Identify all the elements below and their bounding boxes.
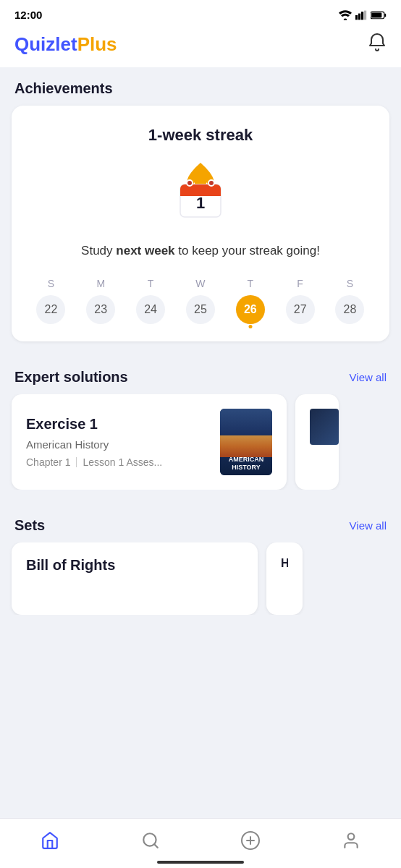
partial-set-title: Hi [281,557,288,570]
achievements-title: Achievements [14,80,113,97]
status-icons [339,10,387,20]
svg-text:1: 1 [196,194,205,212]
svg-rect-2 [358,13,360,20]
book-cover: AMERICAN HISTORY [220,409,272,475]
wifi-icon [339,10,352,20]
nav-item-search[interactable] [129,827,172,854]
nav-item-create[interactable] [229,827,272,854]
day-header-sat: S [335,278,364,289]
signal-icon [355,10,367,20]
solution-card-exercise1[interactable]: Exercise 1 American History Chapter 1 Le… [12,394,287,490]
flame-calendar-icon: 1 [172,159,229,224]
streak-card: 1-week streak 1 Study next week to keep … [12,106,389,341]
date-25: 25 [186,295,215,324]
nav-item-profile[interactable] [329,827,373,854]
solution-meta: Chapter 1 Lesson 1 Asses... [26,456,220,468]
calendar-days-header: S M T W T F S [26,278,375,289]
logo-quizlet: Quizlet [14,33,77,55]
nav-home-icon [40,830,60,851]
date-26-active: 26 [236,295,265,324]
nav-item-home[interactable] [28,827,72,854]
streak-emphasis: next week [116,244,174,258]
expert-solutions-title: Expert solutions [14,369,128,386]
status-bar: 12:00 [0,0,401,27]
flame-calendar-wrapper: 1 [26,159,375,224]
svg-rect-6 [384,13,386,17]
book-title-line1: AMERICAN [224,456,268,464]
solution-info: Exercise 1 American History Chapter 1 Le… [26,416,220,468]
svg-rect-1 [355,15,358,20]
notification-button[interactable] [368,33,387,56]
day-header-thu: T [236,278,265,289]
day-header-mon: M [86,278,115,289]
streak-subtitle: Study next week to keep your streak goin… [26,242,375,260]
expert-solutions-header: Expert solutions View all [0,356,401,394]
book-cover-sunset [220,435,272,457]
day-header-fri: F [286,278,315,289]
set-card-partial: Hi [266,542,303,615]
expert-solutions-view-all[interactable]: View all [350,371,387,383]
sets-header: Sets View all [0,504,401,542]
expert-solutions-section: Expert solutions View all Exercise 1 Ame… [0,356,401,490]
svg-point-12 [208,180,214,186]
main-content: Achievements 1-week streak 1 Study next … [0,67,401,615]
svg-line-15 [154,844,158,848]
logo-plus: Plus [77,33,117,55]
day-header-wed: W [186,278,215,289]
date-28: 28 [335,295,364,324]
date-24: 24 [136,295,165,324]
bottom-spacer [0,615,401,687]
solution-title: Exercise 1 [26,416,220,433]
solution-subject: American History [26,438,220,451]
svg-rect-3 [361,12,363,20]
solution-card-partial [295,394,339,490]
date-22: 22 [36,295,65,324]
sets-section: Sets View all Bill of Rights Hi [0,504,401,615]
day-header-tue: T [136,278,165,289]
sets-title: Sets [14,517,45,534]
battery-icon [371,11,387,20]
nav-profile-icon [341,830,361,851]
book-title-line2: HISTORY [224,464,268,471]
streak-title: 1-week streak [26,126,375,145]
svg-rect-7 [371,12,381,17]
partial-book-cover [310,409,339,445]
nav-create-icon [240,830,261,851]
svg-point-19 [347,833,354,840]
book-cover-text: AMERICAN HISTORY [224,456,268,471]
set-card-bill-of-rights[interactable]: Bill of Rights [12,542,258,615]
svg-point-11 [187,180,193,186]
achievements-section-header: Achievements [0,67,401,106]
date-27: 27 [286,295,315,324]
status-time: 12:00 [14,9,42,21]
svg-rect-4 [364,10,366,20]
sets-scroll: Bill of Rights Hi [0,542,401,615]
solutions-scroll: Exercise 1 American History Chapter 1 Le… [0,394,401,490]
solution-lesson: Lesson 1 Asses... [83,456,162,468]
nav-search-icon [140,830,161,851]
date-23: 23 [86,295,115,324]
sets-view-all[interactable]: View all [350,519,387,532]
meta-divider [76,457,77,467]
calendar-dates: 22 23 24 25 26 27 28 [26,295,375,324]
set-card-title: Bill of Rights [26,557,243,574]
solution-chapter: Chapter 1 [26,456,70,468]
home-indicator [157,861,244,864]
header: QuizletPlus [0,27,401,67]
svg-point-0 [344,18,347,20]
bell-icon [368,33,387,53]
app-logo: QuizletPlus [14,33,117,56]
day-header-sun: S [36,278,65,289]
